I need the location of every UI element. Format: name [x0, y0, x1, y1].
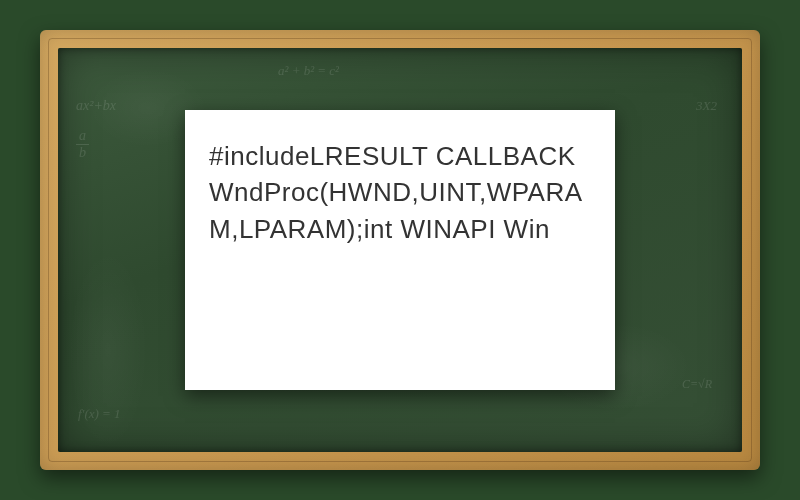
chalk-formula: 3X2	[696, 98, 717, 114]
chalk-formula: f'(x) = 1	[78, 406, 121, 422]
code-snippet: #includeLRESULT CALLBACK WndProc(HWND,UI…	[209, 138, 591, 247]
chalk-formula: ax²+bx	[76, 98, 116, 114]
chalk-formula: a b	[76, 128, 89, 161]
chalk-smudge	[68, 250, 148, 450]
chalk-formula: a² + b² = c²	[278, 63, 339, 79]
chalk-formula: C=√R	[682, 377, 712, 392]
chalkboard: ax²+bx a b a² + b² = c² f'(x) = 1 3X2 C=…	[58, 48, 742, 452]
paper-note: #includeLRESULT CALLBACK WndProc(HWND,UI…	[185, 110, 615, 390]
wooden-frame: ax²+bx a b a² + b² = c² f'(x) = 1 3X2 C=…	[40, 30, 760, 470]
